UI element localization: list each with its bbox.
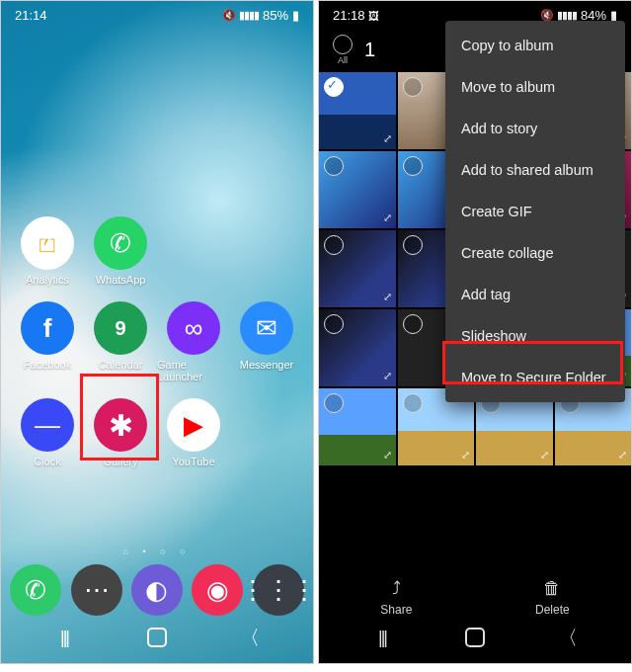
app-label: Clock xyxy=(34,456,61,467)
gamelauncher-icon: ∞ xyxy=(167,301,220,355)
app-grid: ⏍Analytics✆WhatsAppfFacebook9Calendar∞Ga… xyxy=(1,216,313,467)
app-empty xyxy=(230,398,303,467)
select-all-label: All xyxy=(338,55,348,65)
selection-count: 1 xyxy=(364,39,375,61)
dock-camera[interactable]: ◉ xyxy=(192,564,243,616)
thumb-checkbox[interactable] xyxy=(324,77,344,97)
thumb-checkbox[interactable] xyxy=(324,156,344,176)
dock: ✆⋯◐◉⋮⋮⋮ xyxy=(1,564,313,616)
app-clock[interactable]: —Clock xyxy=(11,398,84,467)
menu-item-add-to-story[interactable]: Add to story xyxy=(445,108,625,149)
trash-icon: 🗑 xyxy=(543,578,561,599)
photo-thumb[interactable]: ⤢ xyxy=(319,230,396,307)
delete-label: Delete xyxy=(535,603,570,617)
expand-icon: ⤢ xyxy=(540,449,549,462)
nav-back[interactable]: 〈 xyxy=(538,624,597,651)
app-label: Analytics xyxy=(26,274,69,286)
nav-recents[interactable]: ||| xyxy=(353,624,412,651)
app-calendar[interactable]: 9Calendar xyxy=(84,301,157,382)
nav-home[interactable] xyxy=(127,624,187,651)
photo-thumb[interactable]: ⤢ xyxy=(319,388,396,465)
thumb-checkbox[interactable] xyxy=(403,393,423,413)
app-messenger[interactable]: ✉Messenger xyxy=(230,301,303,382)
status-bar: 21:14 🔇 ▮▮▮▮ 85% ▮ xyxy=(1,1,313,29)
select-all-button[interactable]: All xyxy=(333,35,353,65)
expand-icon: ⤢ xyxy=(383,449,392,462)
app-analytics[interactable]: ⏍Analytics xyxy=(11,216,84,286)
app-youtube[interactable]: ▶YouTube xyxy=(157,398,230,467)
menu-item-copy-to-album[interactable]: Copy to album xyxy=(445,25,625,66)
app-label: Gallery xyxy=(104,456,138,467)
nav-bar: ||| 〈 xyxy=(1,618,313,657)
menu-item-add-to-shared-album[interactable]: Add to shared album xyxy=(445,149,625,191)
status-time: 21:14 xyxy=(15,8,47,23)
app-gamelauncher[interactable]: ∞Game Launcher xyxy=(157,301,230,382)
delete-button[interactable]: 🗑 Delete xyxy=(535,578,570,617)
nav-home[interactable] xyxy=(445,624,505,651)
status-time: 21:18 xyxy=(333,8,365,23)
share-button[interactable]: ⤴ Share xyxy=(380,578,412,617)
dock-messages[interactable]: ⋯ xyxy=(71,564,122,616)
expand-icon: ⤢ xyxy=(383,132,392,145)
app-gallery[interactable]: ✱Gallery xyxy=(84,398,157,467)
thumb-checkbox[interactable] xyxy=(403,156,423,176)
app-facebook[interactable]: fFacebook xyxy=(11,301,84,382)
photo-thumb[interactable]: ⤢ xyxy=(319,151,396,228)
clock-icon: — xyxy=(21,398,74,452)
battery-icon: ▮ xyxy=(292,8,299,23)
nav-bar: ||| 〈 xyxy=(319,618,631,657)
gallery-icon: ✱ xyxy=(94,398,147,452)
thumb-checkbox[interactable] xyxy=(324,314,344,334)
dock-phone[interactable]: ✆ xyxy=(10,564,61,616)
expand-icon: ⤢ xyxy=(383,370,392,382)
menu-item-create-gif[interactable]: Create GIF xyxy=(445,191,625,232)
thumb-checkbox[interactable] xyxy=(324,393,344,413)
expand-icon: ⤢ xyxy=(383,291,392,303)
app-whatsapp[interactable]: ✆WhatsApp xyxy=(84,216,157,286)
nav-back[interactable]: 〈 xyxy=(220,624,279,651)
whatsapp-icon: ✆ xyxy=(94,216,147,270)
status-left: 21:18 🖼 xyxy=(333,8,379,23)
signal-icon: ▮▮▮▮ xyxy=(239,9,259,22)
dock-apps-drawer[interactable]: ⋮⋮⋮ xyxy=(253,564,304,616)
menu-item-move-to-secure-folder[interactable]: Move to Secure Folder xyxy=(445,357,625,398)
gallery-selection-screen: 21:18 🖼 🔇 ▮▮▮▮ 84% ▮ All 1 ⤢⤢⤢⤢⤢⤢⤢⤢⤢⤢⤢⤢⤢… xyxy=(318,0,632,664)
nav-recents[interactable]: ||| xyxy=(35,624,94,651)
status-extra-icon: 🖼 xyxy=(368,10,379,22)
select-all-circle-icon xyxy=(333,35,353,54)
menu-item-create-collage[interactable]: Create collage xyxy=(445,232,625,274)
thumb-checkbox[interactable] xyxy=(403,235,423,255)
share-icon: ⤴ xyxy=(392,578,401,599)
menu-item-slideshow[interactable]: Slideshow xyxy=(445,315,625,357)
battery-pct: 85% xyxy=(263,8,288,23)
expand-icon: ⤢ xyxy=(618,449,627,462)
app-label: Calendar xyxy=(99,359,143,371)
photo-thumb[interactable]: ⤢ xyxy=(319,309,396,386)
page-indicator[interactable]: ⌂ • ○ ○ xyxy=(1,546,313,556)
app-label: Messenger xyxy=(240,359,293,371)
app-label: YouTube xyxy=(172,456,214,467)
app-label: Game Launcher xyxy=(157,359,230,382)
expand-icon: ⤢ xyxy=(461,449,470,462)
app-label: WhatsApp xyxy=(96,274,146,286)
app-empty xyxy=(157,216,230,286)
thumb-checkbox[interactable] xyxy=(403,77,423,97)
analytics-icon: ⏍ xyxy=(21,216,74,270)
menu-item-move-to-album[interactable]: Move to album xyxy=(445,66,625,108)
calendar-icon: 9 xyxy=(94,301,147,355)
dock-internet[interactable]: ◐ xyxy=(131,564,183,616)
mute-icon: 🔇 xyxy=(540,9,553,22)
photo-thumb[interactable]: ⤢ xyxy=(319,72,396,149)
signal-icon: ▮▮▮▮ xyxy=(557,9,577,22)
menu-item-add-tag[interactable]: Add tag xyxy=(445,274,625,315)
app-empty xyxy=(230,216,303,286)
youtube-icon: ▶ xyxy=(167,398,220,452)
thumb-checkbox[interactable] xyxy=(403,314,423,334)
thumb-checkbox[interactable] xyxy=(324,235,344,255)
app-label: Facebook xyxy=(24,359,71,371)
status-right: 🔇 ▮▮▮▮ 85% ▮ xyxy=(222,8,299,23)
mute-icon: 🔇 xyxy=(222,9,235,22)
facebook-icon: f xyxy=(21,301,74,355)
bottom-action-bar: ⤴ Share 🗑 Delete xyxy=(319,572,631,622)
overflow-menu: Copy to albumMove to albumAdd to storyAd… xyxy=(445,21,625,402)
